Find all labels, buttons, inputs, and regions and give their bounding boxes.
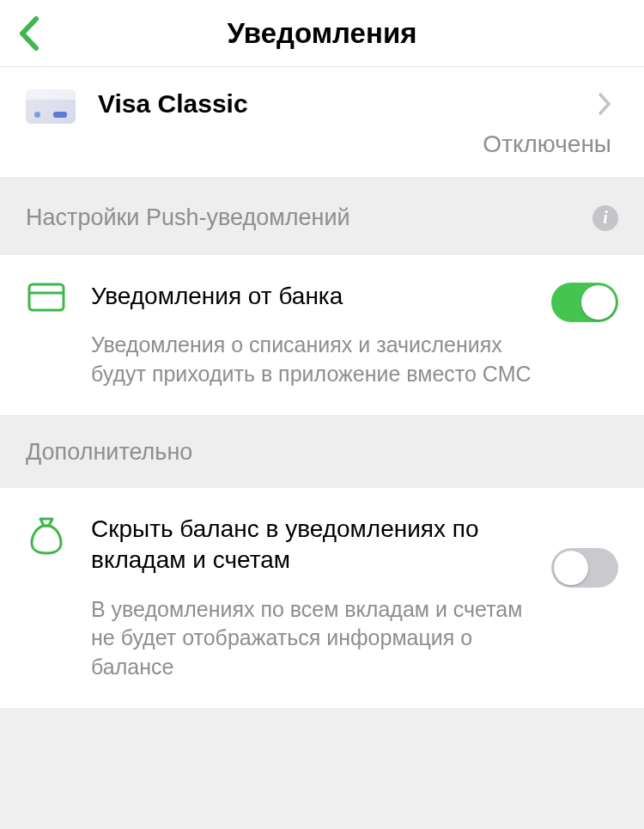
setting-hide-balance-title: Скрыть баланс в уведомлениях по вкладам …: [91, 514, 536, 576]
chevron-left-icon: [17, 15, 39, 52]
card-name: Visa Classic: [98, 89, 598, 119]
section-additional: Дополнительно: [0, 415, 644, 488]
setting-bank-notifications-title: Уведомления от банка: [91, 281, 536, 312]
setting-hide-balance: Скрыть баланс в уведомлениях по вкладам …: [0, 488, 644, 708]
card-visa-classic-row[interactable]: Visa Classic Отключены: [0, 67, 644, 177]
setting-hide-balance-desc: В уведомлениях по всем вкладам и счетам …: [91, 595, 536, 682]
section-push-settings: Настройки Push-уведомлений i: [0, 177, 644, 255]
card-status: Отключены: [98, 131, 611, 158]
setting-bank-notifications: Уведомления от банка Уведомления о списа…: [0, 255, 644, 415]
header-bar: Уведомления: [0, 0, 644, 67]
back-button[interactable]: [17, 15, 39, 52]
svg-rect-0: [29, 284, 64, 310]
toggle-hide-balance[interactable]: [551, 548, 618, 588]
info-icon[interactable]: i: [592, 205, 618, 231]
toggle-bank-notifications[interactable]: [551, 283, 618, 322]
money-bag-icon: [26, 515, 67, 555]
chevron-right-icon: [598, 92, 611, 116]
card-icon: [26, 89, 76, 124]
section-additional-title: Дополнительно: [26, 439, 618, 466]
page-title: Уведомления: [0, 17, 644, 50]
card-outline-icon: [26, 283, 67, 312]
setting-bank-notifications-desc: Уведомления о списаниях и зачислениях бу…: [91, 331, 536, 389]
section-push-title: Настройки Push-уведомлений: [26, 204, 592, 231]
